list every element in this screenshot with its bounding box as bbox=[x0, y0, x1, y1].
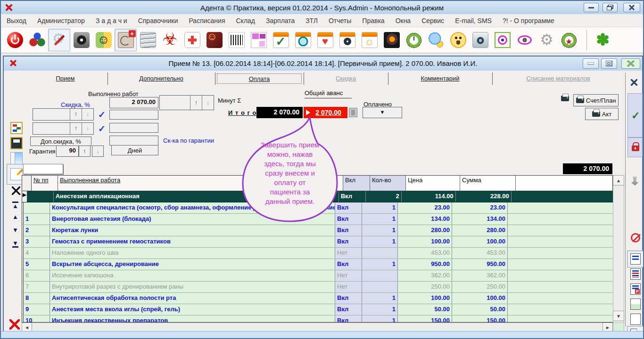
tv-icon[interactable] bbox=[380, 29, 403, 51]
confirm-panel[interactable]: ✓ bbox=[627, 93, 643, 137]
menu-item-about[interactable]: ?! - О программе bbox=[503, 17, 554, 24]
photo-eye-icon[interactable] bbox=[491, 29, 513, 51]
warranty-field[interactable]: 90 bbox=[56, 145, 79, 157]
table-row[interactable]: Консультация специалиста (осмотр, сбор а… bbox=[22, 202, 613, 214]
close-panel-icon[interactable] bbox=[631, 79, 637, 86]
menu-item-edit[interactable]: Правка bbox=[362, 17, 384, 24]
discount-amount-field-2[interactable] bbox=[109, 123, 158, 133]
table-row[interactable]: 4 Наложение одного шва Нет 453.00 453.00 bbox=[22, 248, 613, 259]
move-bottom-icon[interactable]: ▼ bbox=[12, 240, 18, 248]
calendar-check-icon[interactable] bbox=[270, 29, 292, 51]
table-row[interactable]: 1 Внеротовая анестезия (блокада) Вкл 1 1… bbox=[22, 214, 613, 225]
reception-close-button[interactable] bbox=[621, 58, 640, 69]
view-ep-icon[interactable] bbox=[630, 283, 641, 295]
view-split-icon[interactable] bbox=[630, 299, 641, 310]
view-lines-icon[interactable] bbox=[630, 253, 641, 265]
first-aid-kit-icon[interactable] bbox=[181, 29, 203, 51]
menu-item-windows[interactable]: Окна bbox=[396, 17, 411, 24]
invoice-plan-button[interactable]: Счет/План bbox=[573, 94, 619, 106]
paid-field[interactable]: ▼ bbox=[363, 107, 402, 118]
restore-button[interactable] bbox=[603, 3, 618, 12]
warranty-up-icon[interactable]: ↑ bbox=[79, 145, 91, 157]
days-button[interactable]: Дней bbox=[111, 145, 158, 155]
reception-maximize-button[interactable] bbox=[601, 58, 617, 69]
biohazard-icon[interactable] bbox=[159, 29, 181, 51]
calendar-heart-icon[interactable] bbox=[314, 29, 336, 51]
menu-item-salary[interactable]: Зарплата bbox=[266, 17, 295, 24]
menu-item-warehouse[interactable]: Склад bbox=[236, 17, 255, 24]
menu-item-administrator[interactable]: Администратор bbox=[37, 17, 85, 24]
header-sum[interactable]: Сумма bbox=[460, 176, 516, 191]
advance-detail-button[interactable] bbox=[349, 108, 357, 117]
work-done-spinner[interactable]: ↑↓ bbox=[159, 95, 214, 110]
confirm-check-icon[interactable]: ✓ bbox=[631, 110, 640, 122]
table-vscrollbar[interactable] bbox=[613, 175, 624, 332]
work-done-field[interactable]: 2 070.00 bbox=[109, 97, 158, 108]
ledgers-icon[interactable] bbox=[137, 29, 159, 51]
settings-tools-icon[interactable] bbox=[48, 29, 70, 51]
table-row[interactable]: 8 Антисептическая обработка полости рта … bbox=[22, 293, 613, 304]
users-icon[interactable] bbox=[26, 29, 48, 51]
icq-flower-icon[interactable] bbox=[592, 29, 614, 51]
tab-comment[interactable]: Комментарий bbox=[388, 73, 492, 84]
discount-spinner-2[interactable]: ↑↓ bbox=[33, 122, 94, 135]
scroll-down-icon[interactable]: ▼ bbox=[613, 311, 624, 321]
menu-item-ztl[interactable]: ЗТЛ bbox=[305, 17, 318, 24]
menu-item-service[interactable]: Сервис bbox=[421, 17, 444, 24]
move-up-icon[interactable]: ▲ bbox=[12, 214, 18, 220]
scroll-up-icon[interactable]: ▲ bbox=[613, 175, 624, 186]
header-price[interactable]: Цена bbox=[406, 176, 460, 191]
edit-document-icon[interactable] bbox=[10, 168, 23, 180]
calendar-sync-icon[interactable] bbox=[292, 29, 314, 51]
film-folder-icon[interactable] bbox=[70, 29, 92, 51]
minimize-button[interactable] bbox=[584, 3, 599, 12]
move-top-icon[interactable]: ▲ bbox=[12, 202, 18, 209]
chat-balloon-icon[interactable] bbox=[425, 29, 447, 51]
cancel-reception-icon[interactable] bbox=[9, 319, 20, 330]
table-hscrollbar[interactable] bbox=[22, 323, 613, 332]
warranty-discount-field[interactable] bbox=[109, 136, 158, 145]
menu-item-reports[interactable]: Отчеты bbox=[329, 17, 351, 24]
medical-card-icon[interactable] bbox=[115, 29, 137, 51]
palette-grid-icon[interactable] bbox=[10, 122, 23, 134]
table-row[interactable]: 5 Вскрытие абсцесса, дренирование Вкл 1 … bbox=[22, 259, 613, 270]
scroll-right-icon[interactable]: ► bbox=[603, 323, 613, 332]
table-row[interactable]: 10 Инъекция лекарственных препаратов Вкл… bbox=[22, 315, 613, 323]
tab-discount[interactable]: Скидка bbox=[304, 73, 388, 84]
delete-row-icon[interactable] bbox=[12, 186, 20, 195]
tab-materials[interactable]: Списание материалов bbox=[492, 73, 624, 84]
paid-dropdown-icon[interactable]: ▼ bbox=[380, 109, 385, 115]
filter-box[interactable] bbox=[23, 164, 63, 174]
tab-reception[interactable]: Прием bbox=[23, 73, 107, 84]
move-down-icon[interactable]: ▼ bbox=[12, 227, 18, 233]
header-included[interactable]: Вкл bbox=[343, 176, 370, 191]
calendar-sun-icon[interactable] bbox=[358, 29, 380, 51]
view-blank-icon[interactable] bbox=[630, 314, 641, 325]
table-row[interactable]: 2 Кюретаж лунки Вкл 1 280.00 280.00 bbox=[22, 225, 613, 236]
cherry-face-icon[interactable] bbox=[203, 29, 225, 51]
scroll-left-icon[interactable]: ◄ bbox=[22, 323, 32, 332]
advance-field[interactable]: 2 070.00 bbox=[304, 107, 347, 118]
table-row[interactable]: 3 Гемостаз с применением гемостатиков Вк… bbox=[22, 236, 613, 248]
table-row[interactable]: 6 Иссечение капюшона Нет 362.00 362.00 bbox=[22, 270, 613, 282]
power-icon[interactable] bbox=[4, 29, 26, 51]
discount-check-2-icon[interactable]: ✓ bbox=[98, 123, 106, 134]
finder-face-icon[interactable] bbox=[92, 29, 115, 51]
menu-item-email-sms[interactable]: E-mail, SMS bbox=[455, 17, 492, 24]
pushpin-icon[interactable] bbox=[631, 177, 638, 186]
header-num[interactable]: № пп bbox=[32, 176, 58, 191]
schedule-grid-icon[interactable] bbox=[248, 29, 270, 51]
view-stripes-icon[interactable] bbox=[630, 268, 641, 280]
lock-icon[interactable] bbox=[632, 145, 639, 151]
reception-minimize-button[interactable] bbox=[583, 58, 599, 69]
header-qty[interactable]: Кол-во bbox=[370, 176, 406, 191]
calendar-clock-icon[interactable] bbox=[336, 29, 358, 51]
camera-icon[interactable] bbox=[469, 29, 491, 51]
discount-spinner-1[interactable]: ↑↓ bbox=[33, 108, 94, 121]
header-work[interactable]: Выполненная работа bbox=[58, 176, 343, 191]
print-icon[interactable] bbox=[561, 96, 569, 101]
warranty-down-icon[interactable]: ↓ bbox=[92, 145, 104, 157]
table-row[interactable]: 9 Анестезия места вкола иглы (спрей, гел… bbox=[22, 304, 613, 315]
barcode-icon[interactable] bbox=[225, 29, 248, 51]
lock-panel[interactable] bbox=[627, 137, 643, 157]
